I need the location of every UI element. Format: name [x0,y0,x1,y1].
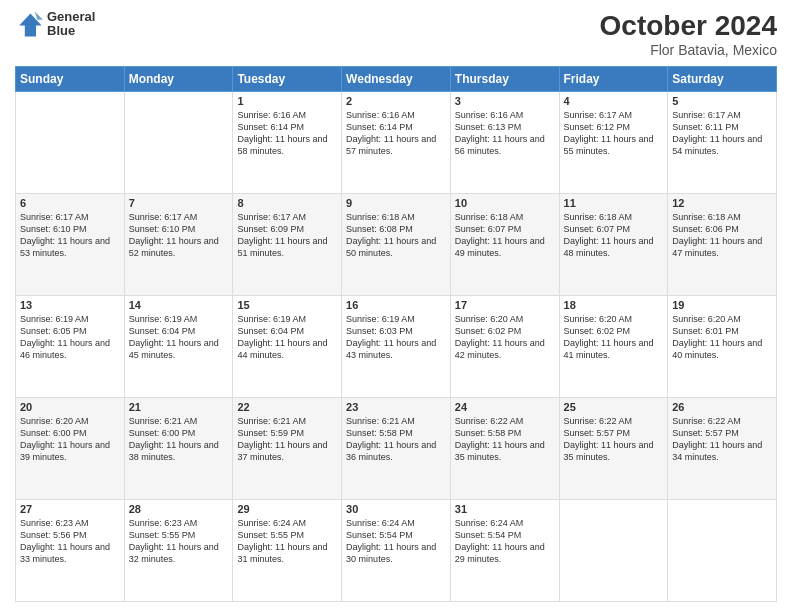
day-info: Sunrise: 6:17 AM Sunset: 6:10 PM Dayligh… [129,211,229,260]
day-info: Sunrise: 6:19 AM Sunset: 6:04 PM Dayligh… [129,313,229,362]
day-info: Sunrise: 6:17 AM Sunset: 6:11 PM Dayligh… [672,109,772,158]
day-number: 25 [564,401,664,413]
calendar-cell: 16Sunrise: 6:19 AM Sunset: 6:03 PM Dayli… [342,296,451,398]
calendar-cell [559,500,668,602]
calendar-body: 1Sunrise: 6:16 AM Sunset: 6:14 PM Daylig… [16,92,777,602]
calendar-title: October 2024 [600,10,777,42]
day-of-week-header: Friday [559,67,668,92]
calendar-week-row: 20Sunrise: 6:20 AM Sunset: 6:00 PM Dayli… [16,398,777,500]
day-info: Sunrise: 6:17 AM Sunset: 6:10 PM Dayligh… [20,211,120,260]
day-number: 30 [346,503,446,515]
calendar-cell: 28Sunrise: 6:23 AM Sunset: 5:55 PM Dayli… [124,500,233,602]
calendar-table: SundayMondayTuesdayWednesdayThursdayFrid… [15,66,777,602]
day-number: 15 [237,299,337,311]
day-info: Sunrise: 6:21 AM Sunset: 5:59 PM Dayligh… [237,415,337,464]
calendar-cell: 23Sunrise: 6:21 AM Sunset: 5:58 PM Dayli… [342,398,451,500]
day-info: Sunrise: 6:21 AM Sunset: 5:58 PM Dayligh… [346,415,446,464]
day-number: 17 [455,299,555,311]
day-number: 23 [346,401,446,413]
day-number: 24 [455,401,555,413]
day-number: 1 [237,95,337,107]
calendar-cell: 31Sunrise: 6:24 AM Sunset: 5:54 PM Dayli… [450,500,559,602]
calendar-cell: 8Sunrise: 6:17 AM Sunset: 6:09 PM Daylig… [233,194,342,296]
day-info: Sunrise: 6:22 AM Sunset: 5:58 PM Dayligh… [455,415,555,464]
day-number: 14 [129,299,229,311]
calendar-week-row: 6Sunrise: 6:17 AM Sunset: 6:10 PM Daylig… [16,194,777,296]
calendar-cell: 14Sunrise: 6:19 AM Sunset: 6:04 PM Dayli… [124,296,233,398]
day-of-week-header: Wednesday [342,67,451,92]
day-info: Sunrise: 6:18 AM Sunset: 6:07 PM Dayligh… [455,211,555,260]
calendar-cell: 2Sunrise: 6:16 AM Sunset: 6:14 PM Daylig… [342,92,451,194]
day-of-week-header: Saturday [668,67,777,92]
day-number: 5 [672,95,772,107]
calendar-cell: 22Sunrise: 6:21 AM Sunset: 5:59 PM Dayli… [233,398,342,500]
calendar-cell: 11Sunrise: 6:18 AM Sunset: 6:07 PM Dayli… [559,194,668,296]
day-info: Sunrise: 6:20 AM Sunset: 6:02 PM Dayligh… [564,313,664,362]
logo-icon [15,10,43,38]
calendar-cell: 17Sunrise: 6:20 AM Sunset: 6:02 PM Dayli… [450,296,559,398]
calendar-header: SundayMondayTuesdayWednesdayThursdayFrid… [16,67,777,92]
calendar-cell: 30Sunrise: 6:24 AM Sunset: 5:54 PM Dayli… [342,500,451,602]
calendar-cell [16,92,125,194]
calendar-cell: 25Sunrise: 6:22 AM Sunset: 5:57 PM Dayli… [559,398,668,500]
calendar-cell: 20Sunrise: 6:20 AM Sunset: 6:00 PM Dayli… [16,398,125,500]
calendar-cell: 27Sunrise: 6:23 AM Sunset: 5:56 PM Dayli… [16,500,125,602]
header: General Blue October 2024 Flor Batavia, … [15,10,777,58]
day-info: Sunrise: 6:24 AM Sunset: 5:55 PM Dayligh… [237,517,337,566]
day-info: Sunrise: 6:18 AM Sunset: 6:08 PM Dayligh… [346,211,446,260]
calendar-cell: 12Sunrise: 6:18 AM Sunset: 6:06 PM Dayli… [668,194,777,296]
day-number: 11 [564,197,664,209]
day-number: 29 [237,503,337,515]
calendar-subtitle: Flor Batavia, Mexico [600,42,777,58]
day-info: Sunrise: 6:20 AM Sunset: 6:00 PM Dayligh… [20,415,120,464]
day-number: 10 [455,197,555,209]
calendar-cell: 9Sunrise: 6:18 AM Sunset: 6:08 PM Daylig… [342,194,451,296]
day-info: Sunrise: 6:20 AM Sunset: 6:01 PM Dayligh… [672,313,772,362]
calendar-cell: 6Sunrise: 6:17 AM Sunset: 6:10 PM Daylig… [16,194,125,296]
calendar-cell: 13Sunrise: 6:19 AM Sunset: 6:05 PM Dayli… [16,296,125,398]
day-number: 18 [564,299,664,311]
day-number: 9 [346,197,446,209]
calendar-cell: 10Sunrise: 6:18 AM Sunset: 6:07 PM Dayli… [450,194,559,296]
calendar-cell: 19Sunrise: 6:20 AM Sunset: 6:01 PM Dayli… [668,296,777,398]
day-number: 8 [237,197,337,209]
svg-marker-1 [35,12,43,20]
day-number: 6 [20,197,120,209]
day-info: Sunrise: 6:18 AM Sunset: 6:07 PM Dayligh… [564,211,664,260]
day-number: 7 [129,197,229,209]
day-info: Sunrise: 6:24 AM Sunset: 5:54 PM Dayligh… [346,517,446,566]
day-info: Sunrise: 6:22 AM Sunset: 5:57 PM Dayligh… [564,415,664,464]
calendar-cell: 4Sunrise: 6:17 AM Sunset: 6:12 PM Daylig… [559,92,668,194]
day-number: 2 [346,95,446,107]
day-info: Sunrise: 6:21 AM Sunset: 6:00 PM Dayligh… [129,415,229,464]
calendar-cell [668,500,777,602]
calendar-cell: 5Sunrise: 6:17 AM Sunset: 6:11 PM Daylig… [668,92,777,194]
title-block: October 2024 Flor Batavia, Mexico [600,10,777,58]
day-info: Sunrise: 6:23 AM Sunset: 5:55 PM Dayligh… [129,517,229,566]
day-of-week-header: Sunday [16,67,125,92]
day-number: 26 [672,401,772,413]
calendar-cell: 15Sunrise: 6:19 AM Sunset: 6:04 PM Dayli… [233,296,342,398]
days-of-week-row: SundayMondayTuesdayWednesdayThursdayFrid… [16,67,777,92]
calendar-cell [124,92,233,194]
day-info: Sunrise: 6:20 AM Sunset: 6:02 PM Dayligh… [455,313,555,362]
day-info: Sunrise: 6:18 AM Sunset: 6:06 PM Dayligh… [672,211,772,260]
day-info: Sunrise: 6:19 AM Sunset: 6:03 PM Dayligh… [346,313,446,362]
day-number: 28 [129,503,229,515]
day-info: Sunrise: 6:16 AM Sunset: 6:14 PM Dayligh… [237,109,337,158]
day-of-week-header: Monday [124,67,233,92]
calendar-week-row: 1Sunrise: 6:16 AM Sunset: 6:14 PM Daylig… [16,92,777,194]
day-number: 22 [237,401,337,413]
day-info: Sunrise: 6:19 AM Sunset: 6:05 PM Dayligh… [20,313,120,362]
day-of-week-header: Tuesday [233,67,342,92]
day-number: 27 [20,503,120,515]
day-number: 13 [20,299,120,311]
day-of-week-header: Thursday [450,67,559,92]
day-info: Sunrise: 6:23 AM Sunset: 5:56 PM Dayligh… [20,517,120,566]
logo-line1: General [47,10,95,24]
day-info: Sunrise: 6:17 AM Sunset: 6:09 PM Dayligh… [237,211,337,260]
day-info: Sunrise: 6:16 AM Sunset: 6:14 PM Dayligh… [346,109,446,158]
logo-text: General Blue [47,10,95,39]
day-number: 4 [564,95,664,107]
calendar-cell: 29Sunrise: 6:24 AM Sunset: 5:55 PM Dayli… [233,500,342,602]
